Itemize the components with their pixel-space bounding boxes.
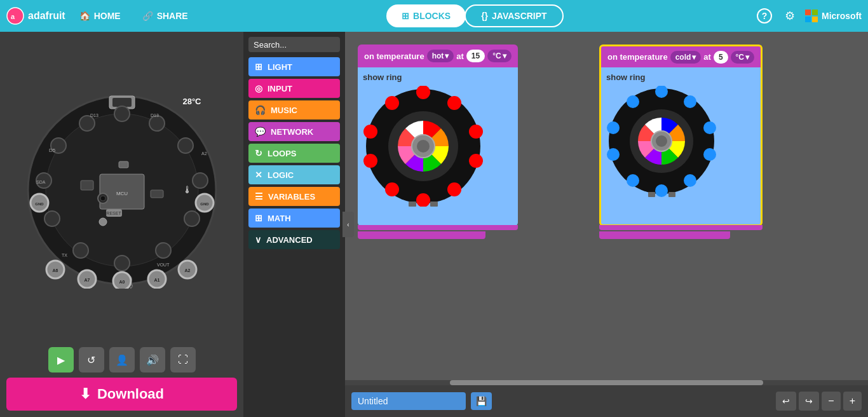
share-button[interactable]: 🔗 SHARE xyxy=(135,7,196,25)
hot-block-body: show ring xyxy=(358,67,518,226)
svg-text:D13: D13 xyxy=(151,113,159,118)
svg-point-12 xyxy=(114,256,130,271)
settings-icon: ⚙ xyxy=(785,10,795,22)
svg-point-79 xyxy=(655,184,668,197)
settings-button[interactable]: ⚙ xyxy=(782,6,797,25)
svg-point-11 xyxy=(156,243,171,258)
workspace-scrollbar[interactable] xyxy=(345,380,868,385)
nav-right-actions: ? ⚙ Microsoft xyxy=(754,6,862,26)
cold-block-footer xyxy=(599,225,763,230)
cold-dropdown-chevron-icon: ▾ xyxy=(692,53,696,62)
help-button[interactable]: ? xyxy=(754,6,775,26)
svg-point-13 xyxy=(73,243,88,258)
temperature-display: 28°C xyxy=(182,97,201,106)
category-advanced[interactable]: ∨ ADVANCED xyxy=(248,230,340,249)
circuit-playground-device: 28°C xyxy=(24,92,220,289)
home-button[interactable]: 🏠 HOME xyxy=(72,7,128,25)
category-variables[interactable]: ☰ VARIABLES xyxy=(248,187,340,206)
svg-point-10 xyxy=(184,211,200,226)
reset-button[interactable]: ↺ xyxy=(79,347,104,373)
hot-value-input[interactable]: 15 xyxy=(466,50,485,62)
svg-point-17 xyxy=(79,116,95,131)
cold-block-body: show ring xyxy=(599,67,763,226)
svg-point-76 xyxy=(703,121,716,134)
fullscreen-button[interactable]: ⛶ xyxy=(170,347,196,373)
svg-rect-22 xyxy=(81,181,93,190)
svg-text:A6: A6 xyxy=(52,268,58,273)
save-button[interactable]: 💾 xyxy=(471,392,492,410)
category-light[interactable]: ⊞ LIGHT xyxy=(248,57,340,76)
svg-text:A7: A7 xyxy=(84,278,90,282)
tab-blocks[interactable]: ⊞ BLOCKS xyxy=(386,4,466,27)
svg-point-64 xyxy=(385,182,399,196)
download-icon: ⬇ xyxy=(79,386,91,402)
svg-point-8 xyxy=(178,138,193,153)
hot-ring-svg xyxy=(363,86,484,207)
category-network[interactable]: 💬 NETWORK xyxy=(248,122,340,141)
adafruit-logo: a adafruit xyxy=(6,7,65,25)
category-music[interactable]: 🎧 MUSIC xyxy=(248,100,340,120)
svg-point-61 xyxy=(469,154,483,168)
download-button[interactable]: ⬇ Download xyxy=(6,378,237,411)
math-icon: ⊞ xyxy=(255,213,262,223)
dropdown-chevron-icon: ▾ xyxy=(445,51,449,60)
svg-point-75 xyxy=(684,95,696,108)
input-icon: ◎ xyxy=(255,83,262,93)
category-logic[interactable]: ✕ LOGIC xyxy=(248,165,340,184)
category-loops[interactable]: ↻ LOOPS xyxy=(248,144,340,163)
undo-button[interactable]: ↩ xyxy=(776,392,796,411)
svg-point-26 xyxy=(100,196,105,201)
svg-rect-85 xyxy=(668,192,675,197)
svg-point-66 xyxy=(363,125,377,139)
hot-temperature-block: on temperature hot ▾ at 15 °C ▾ show rin… xyxy=(358,44,518,239)
svg-text:GND: GND xyxy=(200,202,209,206)
svg-point-59 xyxy=(447,96,461,110)
svg-rect-84 xyxy=(648,192,655,197)
home-icon: 🏠 xyxy=(79,11,90,21)
hot-unit-dropdown[interactable]: °C ▾ xyxy=(487,50,511,62)
light-icon: ⊞ xyxy=(255,62,262,72)
cold-value-input[interactable]: 5 xyxy=(714,51,728,64)
undo-icon: ↩ xyxy=(782,396,790,406)
save-icon: 💾 xyxy=(476,396,487,406)
svg-text:SDA: SDA xyxy=(36,180,46,184)
undo-redo-controls: ↩ ↪ − + xyxy=(776,392,862,411)
play-button[interactable]: ▶ xyxy=(48,347,74,373)
search-input[interactable] xyxy=(254,40,360,50)
svg-rect-23 xyxy=(151,190,163,198)
zoom-in-button[interactable]: + xyxy=(843,392,862,411)
redo-icon: ↪ xyxy=(805,396,813,406)
device-panel: 28°C xyxy=(0,32,243,417)
microsoft-branding: Microsoft xyxy=(805,10,862,22)
device-display-area: 28°C xyxy=(6,38,237,342)
logo-text: adafruit xyxy=(28,10,65,22)
filename-input[interactable] xyxy=(351,392,466,410)
zoom-in-icon: + xyxy=(850,395,855,406)
svg-text:D5: D5 xyxy=(49,147,56,153)
hot-condition-dropdown[interactable]: hot ▾ xyxy=(427,50,454,62)
audio-button[interactable]: 🔊 xyxy=(140,347,165,373)
tab-javascript[interactable]: {} JAVASCRIPT xyxy=(465,4,564,27)
board-svg: MCU RESET xyxy=(24,92,220,289)
redo-button[interactable]: ↪ xyxy=(799,392,819,411)
hot-block-footer xyxy=(358,225,518,230)
sidebar-collapse-button[interactable]: ‹ xyxy=(342,212,354,237)
mode-button[interactable]: 👤 xyxy=(109,347,135,373)
svg-rect-68 xyxy=(409,202,416,207)
cold-condition-dropdown[interactable]: cold ▾ xyxy=(670,51,702,64)
svg-point-81 xyxy=(607,148,620,161)
svg-text:RESET: RESET xyxy=(106,211,121,215)
svg-point-82 xyxy=(607,121,620,134)
cold-unit-dropdown[interactable]: °C ▾ xyxy=(731,51,754,64)
svg-point-7 xyxy=(149,116,165,131)
category-input[interactable]: ◎ INPUT xyxy=(248,79,340,98)
bottom-toolbar: 💾 ↩ ↪ − + xyxy=(345,385,868,417)
svg-point-6 xyxy=(114,106,130,121)
category-math[interactable]: ⊞ MATH xyxy=(248,208,340,228)
svg-text:A0: A0 xyxy=(119,280,125,284)
block-workspace[interactable]: on temperature hot ▾ at 15 °C ▾ show rin… xyxy=(345,32,868,417)
zoom-out-icon: − xyxy=(828,395,834,406)
svg-point-80 xyxy=(627,174,639,187)
cold-unit-chevron-icon: ▾ xyxy=(745,53,749,62)
zoom-out-button[interactable]: − xyxy=(822,392,840,411)
